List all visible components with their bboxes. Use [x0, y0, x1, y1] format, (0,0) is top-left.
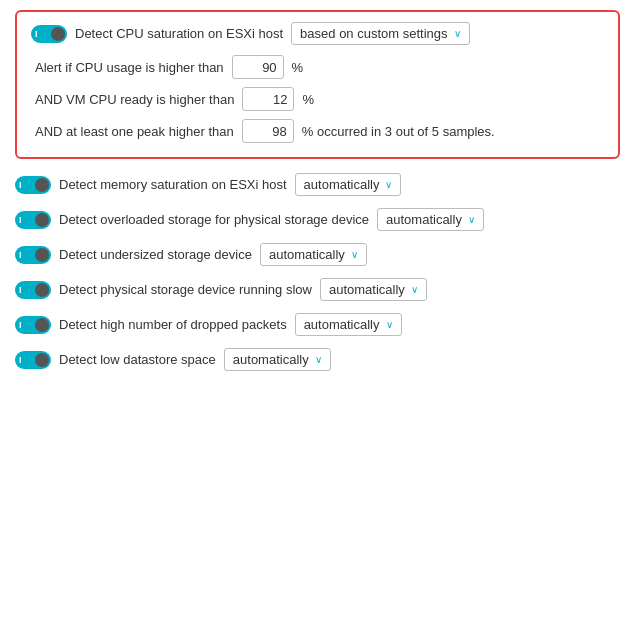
- dropdown-storage-undersized[interactable]: automatically ∨: [260, 243, 367, 266]
- title-storage-undersized: Detect undersized storage device: [59, 247, 252, 262]
- toggle-knob-dropped-packets: [35, 318, 49, 332]
- cpu-vm-row: AND VM CPU ready is higher than %: [31, 87, 604, 111]
- toggle-label-storage-overload: I: [19, 215, 22, 225]
- dropdown-chevron-icon-dropped-packets: ∨: [386, 319, 393, 330]
- toggle-knob-storage-slow: [35, 283, 49, 297]
- dropdown-chevron-icon-storage-overload: ∨: [468, 214, 475, 225]
- cpu-dropdown[interactable]: based on custom settings ∨: [291, 22, 469, 45]
- toggle-label-datastore-space: I: [19, 355, 22, 365]
- dropdown-storage-overload[interactable]: automatically ∨: [377, 208, 484, 231]
- setting-row-memory: I Detect memory saturation on ESXi host …: [15, 173, 620, 196]
- settings-list: I Detect memory saturation on ESXi host …: [15, 173, 620, 371]
- cpu-alert-row: Alert if CPU usage is higher than %: [31, 55, 604, 79]
- cpu-peak-prefix: AND at least one peak higher than: [35, 124, 234, 139]
- toggle-knob-memory: [35, 178, 49, 192]
- toggle-knob-datastore-space: [35, 353, 49, 367]
- dropdown-chevron-icon-storage-undersized: ∨: [351, 249, 358, 260]
- dropdown-value-memory: automatically: [304, 177, 380, 192]
- dropdown-value-storage-slow: automatically: [329, 282, 405, 297]
- cpu-peak-suffix: % occurred in 3 out of 5 samples.: [302, 124, 495, 139]
- dropdown-chevron-icon-memory: ∨: [385, 179, 392, 190]
- cpu-alert-input[interactable]: [232, 55, 284, 79]
- toggle-knob-storage-overload: [35, 213, 49, 227]
- cpu-section: I Detect CPU saturation on ESXi host bas…: [15, 10, 620, 159]
- toggle-storage-overload[interactable]: I: [15, 211, 51, 229]
- cpu-vm-unit: %: [302, 92, 314, 107]
- toggle-label-dropped-packets: I: [19, 320, 22, 330]
- dropdown-value-datastore-space: automatically: [233, 352, 309, 367]
- cpu-alert-unit: %: [292, 60, 304, 75]
- dropdown-chevron-icon-datastore-space: ∨: [315, 354, 322, 365]
- cpu-toggle-knob: [51, 27, 65, 41]
- setting-row-datastore-space: I Detect low datastore space automatical…: [15, 348, 620, 371]
- dropdown-datastore-space[interactable]: automatically ∨: [224, 348, 331, 371]
- dropdown-value-dropped-packets: automatically: [304, 317, 380, 332]
- cpu-vm-input[interactable]: [242, 87, 294, 111]
- toggle-storage-slow[interactable]: I: [15, 281, 51, 299]
- toggle-label-storage-slow: I: [19, 285, 22, 295]
- cpu-main-row: I Detect CPU saturation on ESXi host bas…: [31, 22, 604, 45]
- setting-row-storage-overload: I Detect overloaded storage for physical…: [15, 208, 620, 231]
- cpu-alert-prefix: Alert if CPU usage is higher than: [35, 60, 224, 75]
- cpu-peak-input[interactable]: [242, 119, 294, 143]
- toggle-storage-undersized[interactable]: I: [15, 246, 51, 264]
- dropdown-dropped-packets[interactable]: automatically ∨: [295, 313, 402, 336]
- setting-row-dropped-packets: I Detect high number of dropped packets …: [15, 313, 620, 336]
- cpu-toggle-label: I: [35, 29, 38, 39]
- dropdown-value-storage-overload: automatically: [386, 212, 462, 227]
- toggle-memory[interactable]: I: [15, 176, 51, 194]
- toggle-label-memory: I: [19, 180, 22, 190]
- cpu-dropdown-value: based on custom settings: [300, 26, 447, 41]
- toggle-datastore-space[interactable]: I: [15, 351, 51, 369]
- dropdown-memory[interactable]: automatically ∨: [295, 173, 402, 196]
- setting-row-storage-undersized: I Detect undersized storage device autom…: [15, 243, 620, 266]
- title-memory: Detect memory saturation on ESXi host: [59, 177, 287, 192]
- cpu-peak-row: AND at least one peak higher than % occu…: [31, 119, 604, 143]
- cpu-vm-prefix: AND VM CPU ready is higher than: [35, 92, 234, 107]
- cpu-toggle[interactable]: I: [31, 25, 67, 43]
- cpu-title: Detect CPU saturation on ESXi host: [75, 26, 283, 41]
- toggle-dropped-packets[interactable]: I: [15, 316, 51, 334]
- title-storage-slow: Detect physical storage device running s…: [59, 282, 312, 297]
- title-storage-overload: Detect overloaded storage for physical s…: [59, 212, 369, 227]
- toggle-label-storage-undersized: I: [19, 250, 22, 260]
- dropdown-storage-slow[interactable]: automatically ∨: [320, 278, 427, 301]
- title-dropped-packets: Detect high number of dropped packets: [59, 317, 287, 332]
- cpu-dropdown-chevron-icon: ∨: [454, 28, 461, 39]
- dropdown-value-storage-undersized: automatically: [269, 247, 345, 262]
- toggle-knob-storage-undersized: [35, 248, 49, 262]
- dropdown-chevron-icon-storage-slow: ∨: [411, 284, 418, 295]
- title-datastore-space: Detect low datastore space: [59, 352, 216, 367]
- setting-row-storage-slow: I Detect physical storage device running…: [15, 278, 620, 301]
